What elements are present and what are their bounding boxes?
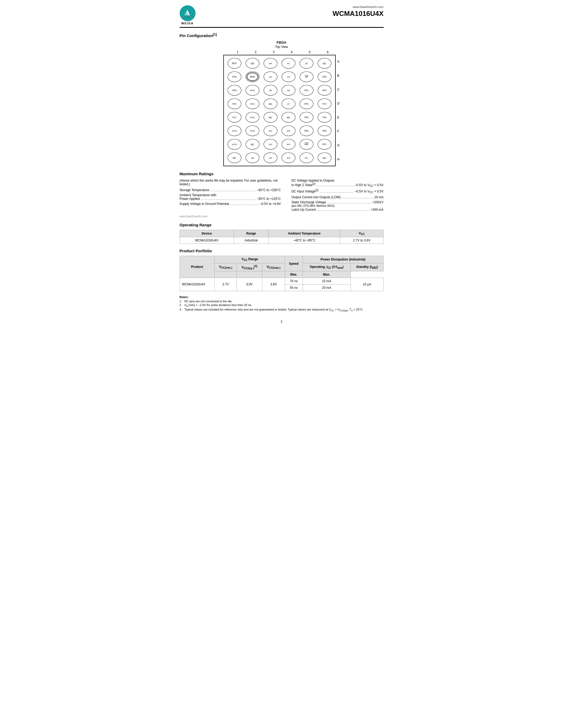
pin-B4: A4 <box>280 71 297 83</box>
pin-C3: A5 <box>262 84 279 96</box>
watermark: www.DataSheet4U.com <box>180 215 384 218</box>
pin-E3: NC <box>262 111 279 123</box>
pp-subheader-vcc-min <box>214 271 237 278</box>
pp-current2: 20 mA <box>303 284 351 291</box>
product-portfolio-title: Product Portfolio <box>180 249 384 253</box>
pp-subheader-vcc-max <box>262 271 285 278</box>
pp-data-row1: WCMA1016U4X 2.7V 3.0V 3.6V 70 ns 15 mA 1… <box>180 278 383 284</box>
op-col-device: Device <box>180 230 234 237</box>
pin-row-E: VCC I/O12 NC NC I/O4 VSS <box>225 111 334 124</box>
pin-row-C: I/O9 I/O10 A5 A6 I/O1 I/O2 <box>225 84 334 97</box>
pin-H6: NC <box>316 152 333 164</box>
pin-config-superscript: [1] <box>213 33 217 36</box>
pin-A3: A0 <box>262 57 279 69</box>
pin-A6: NC <box>316 57 333 69</box>
pp-col-vcc-max: VCC(max.) <box>262 263 285 271</box>
pin-F6: I/O6 <box>316 125 333 137</box>
mil-std-note: (per MIL-STD-883, Method 3015) <box>292 204 384 207</box>
ratings-two-col: (Above which the useful life may be impa… <box>180 179 384 213</box>
pin-G5: WE <box>298 138 315 150</box>
pin-D2: I/O11 <box>244 98 261 110</box>
pin-A2: OE <box>244 57 261 69</box>
pin-H1: NC <box>226 152 243 164</box>
row-label-H: H <box>337 153 340 166</box>
pin-row-D: VSS I/O11 NC A7 I/O3 VCC <box>225 97 334 110</box>
op-range: Industrial <box>234 237 268 244</box>
pin-D4: A7 <box>280 98 297 110</box>
pin-B2: BHE <box>244 71 261 83</box>
page-header: WEIDA www.DataSheet4U.com WCMA1016U4X <box>180 5 384 28</box>
col-header-1: 1 <box>229 50 247 54</box>
pin-config-area: FBGA Top View 1 2 3 4 5 6 BLE OE A0 <box>180 41 384 166</box>
pin-E6: VSS <box>316 111 333 123</box>
op-table-header: Device Range Ambient Temperature VCC <box>180 230 383 237</box>
op-table-row: WCMA1016U4X Industrial –40°C to +85°C 2.… <box>180 237 383 244</box>
op-col-vcc: VCC <box>340 230 383 237</box>
col-header-3: 3 <box>265 50 283 54</box>
pp-speed1: 70 ns <box>285 278 303 284</box>
pin-C1: I/O9 <box>226 84 243 96</box>
ratings-subtitle: (Above which the useful life may be impa… <box>180 179 281 186</box>
row-label-B: B <box>337 69 340 82</box>
output-current-row: Output Current into Outputs (LOW) 20 mA <box>292 195 384 199</box>
pin-C2: I/O10 <box>244 84 261 96</box>
pin-E2: I/O12 <box>244 111 261 123</box>
pin-G3: A12 <box>262 138 279 150</box>
pin-B3: A3 <box>262 71 279 83</box>
pin-F5: I/O5 <box>298 125 315 137</box>
pin-H4: A10 <box>280 152 297 164</box>
op-temp: –40°C to +85°C <box>268 237 340 244</box>
static-discharge-row: Static Discharge Voltage >2001V (per MIL… <box>292 200 384 207</box>
row-label-G: G <box>337 139 340 152</box>
page-number: 2 <box>180 320 384 323</box>
notes-section: Notes: 1. NC pins are not connected to t… <box>180 295 384 312</box>
pp-col-power: Power Dissipation (Industrial) <box>303 256 383 263</box>
note-1: 1. NC pins are not connected to the die. <box>180 300 384 303</box>
pin-B5: CE <box>298 71 315 83</box>
op-device: WCMA1016U4X <box>180 237 234 244</box>
note-3: 3. Typical values are included for refer… <box>180 308 384 312</box>
op-col-temp: Ambient Temperature <box>268 230 340 237</box>
pin-C4: A6 <box>280 84 297 96</box>
pp-subheader-max2: Max. <box>303 271 351 278</box>
latch-up-row: Latch-Up Current >200 mA <box>292 208 384 212</box>
pp-col-vcc-range: VCC Range <box>214 256 285 263</box>
row-label-A: A <box>337 55 340 68</box>
dc-input-voltage-row: DC Input Voltage[2] –0.5V to VCC + 0.5V <box>292 189 384 194</box>
pin-D1: VSS <box>226 98 243 110</box>
pin-D6: VCC <box>316 98 333 110</box>
pin-E4: NC <box>280 111 297 123</box>
pin-G2: NC <box>244 138 261 150</box>
dc-voltage-outputs-row: DC Voltage Applied to Outputs in High Z … <box>292 179 384 187</box>
company-logo <box>180 5 195 21</box>
row-label-C: C <box>337 83 340 96</box>
pin-row-A: BLE OE A0 A1 A2 NC <box>225 57 334 70</box>
pp-vcc-min: 2.7V <box>214 278 237 291</box>
pp-subheader-max1: Max. <box>285 271 303 278</box>
col-header-4: 4 <box>283 50 301 54</box>
pin-grid-border: BLE OE A0 A1 A2 NC I/O8 BHE A3 A4 CE <box>223 55 336 166</box>
pin-row-G: I/O15 NC A12 A13 WE I/O7 <box>225 138 334 151</box>
pin-F3: A14 <box>262 125 279 137</box>
pin-H3: A9 <box>262 152 279 164</box>
pp-col-operating: Operating, ICC (f=fmax) <box>303 263 351 271</box>
pp-current1: 15 mA <box>303 278 351 284</box>
fbga-view: Top View <box>275 45 288 49</box>
pin-B6: I/O0 <box>316 71 333 83</box>
maximum-ratings-section: Maximum Ratings (Above which the useful … <box>180 172 384 213</box>
pp-col-vcc-typ: VCC(typ.)[3] <box>236 263 262 271</box>
logo-area: WEIDA <box>180 5 195 25</box>
pp-subheader-vcc-typ <box>236 271 262 278</box>
pp-col-product: Product <box>180 256 214 278</box>
pin-A4: A1 <box>280 57 297 69</box>
pin-config-title: Pin Configuration[1] <box>180 33 384 38</box>
pin-G6: I/O7 <box>316 138 333 150</box>
max-ratings-title: Maximum Ratings <box>180 172 384 176</box>
storage-temp-row: Storage Temperature –65°C to +150°C <box>180 188 281 192</box>
col-header-6: 6 <box>319 50 337 54</box>
pin-G1: I/O15 <box>226 138 243 150</box>
pp-product-name: WCMA1016U4X <box>180 278 214 291</box>
ratings-left-col: (Above which the useful life may be impa… <box>180 179 281 213</box>
pp-col-vcc-min: VCC(min.) <box>214 263 237 271</box>
operating-range-table: Device Range Ambient Temperature VCC WCM… <box>180 230 384 244</box>
